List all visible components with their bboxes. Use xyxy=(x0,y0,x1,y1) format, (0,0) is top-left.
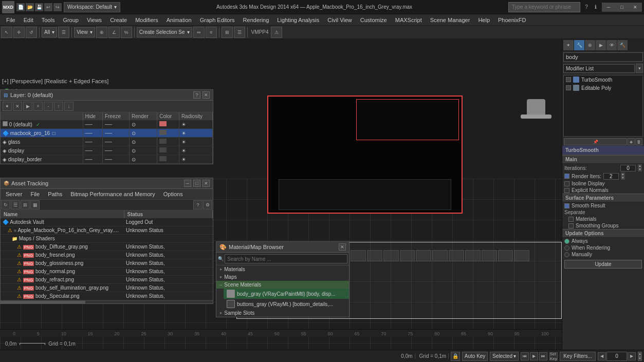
asset-reload-btn[interactable]: ↻ xyxy=(1,200,10,209)
menu-help[interactable]: Help xyxy=(474,16,494,24)
asset-row-maps[interactable]: 📁 Maps / Shaders xyxy=(1,235,213,243)
selection-set-dropdown[interactable]: Create Selection Se▾ xyxy=(137,27,192,37)
render-iters-check[interactable] xyxy=(564,174,569,179)
turbosmoothcheck[interactable] xyxy=(566,77,571,82)
menu-file[interactable]: File xyxy=(2,16,20,24)
asset-maximize-btn[interactable]: □ xyxy=(193,180,200,187)
play-btn[interactable]: ▶ xyxy=(530,352,538,360)
layer-dialog-close[interactable]: ✕ xyxy=(203,91,210,99)
layer-select-btn[interactable]: ▶ xyxy=(23,102,32,111)
col-freeze[interactable]: Freeze xyxy=(102,112,129,120)
remove-modifier-btn[interactable]: 🗑 xyxy=(635,138,642,145)
menu-civil[interactable]: Civil View xyxy=(323,16,356,24)
asset-minimize-btn[interactable]: ─ xyxy=(184,180,191,187)
always-radio[interactable] xyxy=(564,239,569,244)
angle-snap[interactable]: ∠ xyxy=(108,27,120,38)
asset-grid-btn[interactable]: ⊞ xyxy=(21,200,30,209)
material-buttons-gray[interactable]: buttons_gray (VRayMt.) [bottom_details,.… xyxy=(224,299,349,309)
scene-materials-section[interactable]: − Scene Materials xyxy=(216,281,349,289)
layer-dialog-help[interactable]: ? xyxy=(193,91,200,99)
named-selection-filter[interactable]: ☰ xyxy=(58,27,69,38)
iterations-spinner[interactable]: ▲ ▼ xyxy=(638,164,642,172)
col-color[interactable]: Color xyxy=(157,112,179,120)
layer-delete-btn[interactable]: ✕ xyxy=(13,102,22,111)
align-tool[interactable]: ≡ xyxy=(206,27,217,38)
menu-scene-manager[interactable]: Scene Manager xyxy=(426,16,474,24)
make-unique-btn[interactable]: ◈ xyxy=(628,138,635,145)
menu-customize[interactable]: Customize xyxy=(356,16,391,24)
menu-modifiers[interactable]: Modifiers xyxy=(131,16,162,24)
asset-row-selfillum[interactable]: ⚠ PNG body_self_illumination_gray.png Un… xyxy=(1,284,213,292)
menu-animation[interactable]: Animation xyxy=(162,16,196,24)
layer-add-btn[interactable]: + xyxy=(33,102,43,111)
asset-help-btn[interactable]: ? xyxy=(193,200,203,209)
layer-row-display-border[interactable]: ◈ display_border ── ── ⊙ ☀ xyxy=(1,155,213,164)
snaps-toggle[interactable]: ⊕ xyxy=(96,27,107,38)
asset-row-normal[interactable]: ⚠ PNG body_normal.png Unknown Status, xyxy=(1,268,213,276)
prev-key-btn[interactable]: ◀ xyxy=(598,352,606,360)
menu-rendering[interactable]: Rendering xyxy=(239,16,273,24)
layer-remove-btn[interactable]: - xyxy=(44,102,53,111)
layer-row-display[interactable]: ◈ display ── ── ⊙ ☀ xyxy=(1,146,213,155)
hierarchy-tab[interactable]: ⊕ xyxy=(585,40,595,50)
menu-maxscript[interactable]: MAXScript xyxy=(391,16,426,24)
asset-menu-options[interactable]: Options xyxy=(159,190,187,198)
prev-frame-btn[interactable]: ⏮ xyxy=(521,352,529,360)
menu-group[interactable]: Group xyxy=(59,16,83,24)
layer-move-down-btn[interactable]: ↓ xyxy=(64,102,73,111)
modifier-list-dropdown[interactable]: ▾ xyxy=(636,64,643,73)
new-icon[interactable]: 📄 xyxy=(16,3,25,11)
frame-input[interactable] xyxy=(606,352,627,361)
pin-stack-btn[interactable]: 📌 xyxy=(564,138,627,145)
modifier-editablepoly[interactable]: Editable Poly xyxy=(564,84,642,92)
info-icon[interactable]: ℹ xyxy=(592,3,600,11)
layer-color-display[interactable] xyxy=(159,147,167,153)
workspace-selector[interactable]: Workspace: Default ▾ xyxy=(64,2,120,12)
asset-row-glossiness[interactable]: ⚠ PNG body_glossiness.png Unknown Status… xyxy=(1,259,213,268)
menu-tools[interactable]: Tools xyxy=(38,16,59,24)
menu-edit[interactable]: Edit xyxy=(20,16,38,24)
key-filters-btn[interactable]: Key Filters... xyxy=(560,352,596,361)
layer-new-btn[interactable]: ✦ xyxy=(3,102,12,111)
layer-row-glass[interactable]: ◈ glass ── ── ⊙ ☀ xyxy=(1,138,213,146)
when-rendering-radio[interactable] xyxy=(564,245,569,251)
save-icon[interactable]: 💾 xyxy=(35,3,43,11)
filter-dropdown[interactable]: All▾ xyxy=(42,27,57,37)
asset-settings-btn[interactable]: ⚙ xyxy=(203,200,212,209)
isoline-check[interactable] xyxy=(564,181,569,186)
render-iters-value[interactable]: 2 xyxy=(603,173,619,180)
view-dropdown[interactable]: View▾ xyxy=(74,27,95,37)
col-radiosity[interactable]: Radiosity xyxy=(179,112,212,120)
asset-row-refract[interactable]: ⚠ PNG body_refract.png Unknown Status, xyxy=(1,276,213,284)
explicit-normals-check[interactable] xyxy=(564,188,569,193)
modify-tab active[interactable]: 🔧 xyxy=(574,40,584,50)
asset-row-diffuse[interactable]: ⚠ PNG body_Diffuse_gray.png Unknown Stat… xyxy=(1,243,213,251)
lock-icon[interactable]: 🔒 xyxy=(451,352,460,361)
rotate-tool[interactable]: ↺ xyxy=(26,27,37,38)
material-close-btn[interactable]: ✕ xyxy=(339,243,346,251)
mirror-tool[interactable]: ⇔ xyxy=(193,27,205,38)
asset-menu-bitmap[interactable]: Bitmap Performance and Memory xyxy=(66,190,159,198)
editablepolycheck[interactable] xyxy=(566,85,571,90)
asset-close-btn[interactable]: ✕ xyxy=(203,180,210,187)
materials-check[interactable] xyxy=(568,217,574,222)
asset-row-fresnel[interactable]: ⚠ PNG body_fresnel.png Unknown Status, xyxy=(1,251,213,259)
object-name-field[interactable]: body xyxy=(563,52,643,62)
layer-color-glass[interactable] xyxy=(159,139,167,144)
smoothing-groups-check[interactable] xyxy=(568,223,574,228)
layer-move-up-btn[interactable]: ↑ xyxy=(54,102,63,111)
auto-key-btn[interactable]: Auto Key xyxy=(462,352,488,361)
asset-table-container[interactable]: Name Status 🔷 Autodesk Vault Logged Out … xyxy=(1,211,213,300)
layer-manager[interactable]: ⊞ xyxy=(222,27,233,38)
frame-up-btn[interactable]: ▲ xyxy=(638,352,642,356)
menu-lighting[interactable]: Lighting Analysis xyxy=(273,16,323,24)
maximize-button[interactable]: □ xyxy=(615,3,629,12)
layer-row-default[interactable]: 0 (default) ✓ ── ── ⊙ ☀ xyxy=(1,120,213,129)
view-gizmo[interactable] xyxy=(516,88,557,119)
asset-scrollbar[interactable] xyxy=(1,300,213,303)
asset-row-vault[interactable]: 🔷 Autodesk Vault Logged Out xyxy=(1,218,213,226)
warn-icon[interactable]: ⚠ xyxy=(271,27,282,38)
col-render[interactable]: Render xyxy=(129,112,157,120)
search-box[interactable]: Type a keyword or phrase xyxy=(508,2,580,12)
percent-snap[interactable]: % xyxy=(121,27,132,38)
